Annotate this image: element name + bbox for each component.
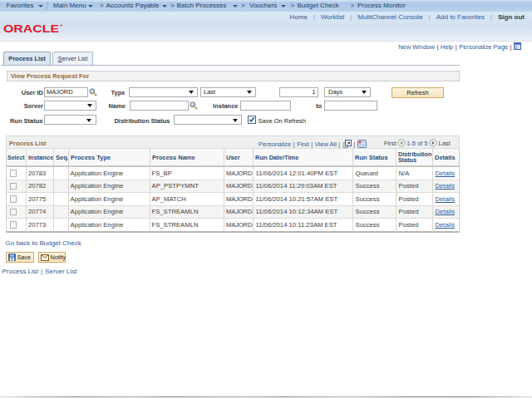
svg-text:ORACLE: ORACLE (3, 23, 59, 34)
